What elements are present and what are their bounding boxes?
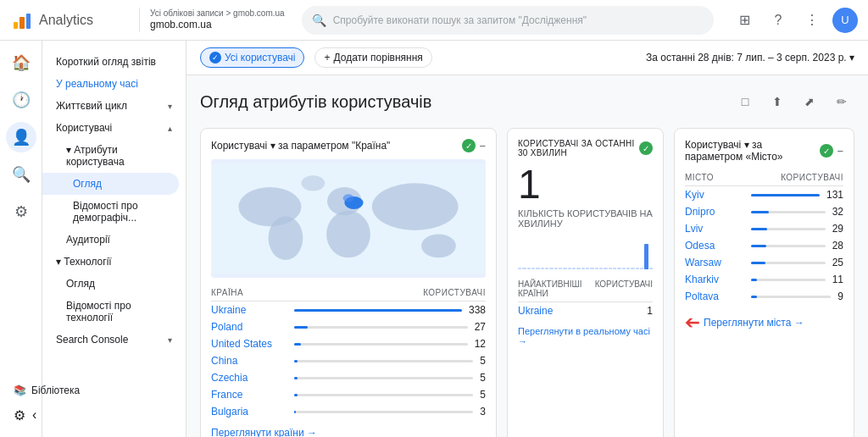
city-name[interactable]: Odesa xyxy=(685,240,744,252)
logo-section: Analytics xyxy=(10,8,129,32)
sidebar-label: ▾ Технології xyxy=(56,256,112,268)
sidebar-label: Огляд xyxy=(66,278,95,290)
svg-point-9 xyxy=(301,175,325,191)
rt-bar xyxy=(536,268,539,269)
nav-home-icon[interactable]: 🏠 xyxy=(6,47,36,78)
realtime-chart xyxy=(518,235,653,269)
add-comparison-btn[interactable]: + Додати порівняння xyxy=(314,47,431,68)
sidebar-item-realtime[interactable]: У реальному часі xyxy=(42,73,186,95)
city-name[interactable]: Poltava xyxy=(685,290,744,302)
rt-bar xyxy=(640,268,643,269)
main-layout: 🏠 🕐 👤 🔍 ⚙ Короткий огляд звітів У реальн… xyxy=(0,0,868,437)
grid-icon-btn[interactable]: ⊞ xyxy=(731,7,758,34)
city-name[interactable]: Kyiv xyxy=(685,189,744,201)
sidebar-label: Життєвий цикл xyxy=(56,100,127,112)
sidebar-section-tech[interactable]: ▾ Технології xyxy=(42,251,186,273)
nav-search-icon[interactable]: 🔍 xyxy=(6,159,36,190)
nav-configure-icon[interactable]: ⚙ xyxy=(6,196,36,227)
row-count: 11 xyxy=(832,274,843,285)
city-table-header: МІСТО КОРИСТУВАЧІ xyxy=(685,169,843,186)
row-count: 5 xyxy=(480,355,486,367)
view-realtime-link[interactable]: Переглянути в реальному часі → xyxy=(518,326,653,346)
realtime-number: 1 xyxy=(518,164,653,205)
rt-bar xyxy=(563,268,566,269)
row-bar-bg xyxy=(751,228,826,230)
sidebar-label: У реальному часі xyxy=(56,78,138,90)
minus-icon[interactable]: − xyxy=(479,140,486,152)
row-bar-fill xyxy=(751,194,820,196)
realtime-title-text: КОРИСТУВАЧІ ЗА ОСТАННІ 30 ХВИЛИН xyxy=(518,139,639,158)
sidebar-section-users[interactable]: Користувачі ▴ xyxy=(42,117,186,139)
sidebar-item-overview-reports[interactable]: Короткий огляд звітів xyxy=(42,51,186,73)
rt-bar xyxy=(581,268,585,269)
rt-bar xyxy=(636,268,639,269)
search-bar[interactable]: 🔍 Спробуйте виконати пошук за запитом "Д… xyxy=(302,6,714,35)
country-name[interactable]: United States xyxy=(211,338,287,350)
rt-bar xyxy=(599,268,603,269)
account-info[interactable]: Усі облікові записи > gmob.com.ua gmob.c… xyxy=(139,8,285,32)
row-bar-fill xyxy=(294,309,462,312)
city-name[interactable]: Kharkiv xyxy=(685,274,744,285)
world-map xyxy=(211,159,486,278)
rt-bar xyxy=(631,268,634,269)
link-icon-btn[interactable]: ⬈ xyxy=(797,89,822,114)
rt-bar xyxy=(549,268,553,269)
table-row: Dnipro 32 xyxy=(685,203,843,220)
row-count: 29 xyxy=(832,223,843,235)
col-users-header: КОРИСТУВАЧІ xyxy=(781,173,843,182)
country-name[interactable]: China xyxy=(211,355,287,367)
rt-bar xyxy=(531,268,535,269)
table-row: Kyiv 131 xyxy=(685,186,843,203)
sidebar-section-lifecycle[interactable]: Життєвий цикл ▾ xyxy=(42,95,186,117)
country-card-header: Користувачі ▾ за параметром "Країна" ✓ − xyxy=(211,139,486,152)
row-count: 28 xyxy=(832,240,843,252)
rt-bar xyxy=(595,268,598,269)
sidebar-item-tech-details[interactable]: Відомості про технології xyxy=(42,295,186,329)
mini-table-header: НАЙАКТИВНІШІ КРАЇНИ КОРИСТУВАЧІ xyxy=(518,276,653,302)
date-range-picker[interactable]: За останні 28 днів: 7 лип. – 3 серп. 202… xyxy=(646,52,854,64)
rt-bar xyxy=(559,268,562,269)
table-row: Poland 27 xyxy=(211,318,486,335)
sidebar-section-search-console[interactable]: Search Console ▾ xyxy=(42,329,186,351)
chevron-up-icon: ▴ xyxy=(168,124,172,133)
all-users-chip[interactable]: ✓ Усі користувачі xyxy=(200,47,304,68)
sidebar-label: Користувачі xyxy=(56,122,112,134)
help-icon-btn[interactable]: ? xyxy=(765,7,792,34)
row-bar-fill xyxy=(751,245,766,247)
svg-point-6 xyxy=(372,183,459,230)
nav-clock-icon[interactable]: 🕐 xyxy=(6,85,36,115)
mini-table-row: Ukraine1 xyxy=(518,302,653,319)
more-vert-icon-btn[interactable]: ⋮ xyxy=(798,7,826,34)
sidebar-item-overview[interactable]: Огляд xyxy=(42,173,179,195)
country-name[interactable]: Ukraine xyxy=(211,304,287,316)
rt-bar xyxy=(649,268,653,269)
row-bar-bg xyxy=(294,360,473,362)
row-bar-bg xyxy=(294,309,462,312)
city-name[interactable]: Dnipro xyxy=(685,206,744,218)
row-count: 12 xyxy=(475,338,486,350)
sidebar-item-demographics[interactable]: Відомості про демографіч... xyxy=(42,195,186,229)
country-name[interactable]: Poland xyxy=(211,321,287,333)
row-bar-bg xyxy=(294,343,468,346)
sidebar-item-user-attributes[interactable]: ▾ Атрибути користувача xyxy=(42,139,186,173)
city-name[interactable]: Warsaw xyxy=(685,257,744,268)
edit-icon-btn[interactable]: □ xyxy=(732,89,758,114)
user-avatar[interactable]: U xyxy=(832,8,858,33)
share-icon-btn[interactable]: ⬆ xyxy=(765,89,790,114)
rt-country-name[interactable]: Ukraine xyxy=(518,305,553,317)
plus-icon: + xyxy=(324,52,330,64)
page-header: Огляд атрибутів користувачів □ ⬆ ⬈ ✏ xyxy=(200,89,854,114)
view-cities-link[interactable]: Переглянути міста → xyxy=(704,317,804,329)
sidebar-item-tech-overview[interactable]: Огляд xyxy=(42,273,186,295)
nav-person-icon[interactable]: 👤 xyxy=(6,122,36,152)
sidebar-item-audiences[interactable]: Аудиторії xyxy=(42,229,186,251)
account-name: gmob.com.ua xyxy=(150,19,285,32)
city-card-header: Користувачі ▾ за параметром «Місто» ✓ − xyxy=(685,139,843,163)
pencil-icon-btn[interactable]: ✏ xyxy=(829,89,854,114)
search-placeholder: Спробуйте виконати пошук за запитом "Дос… xyxy=(333,14,587,26)
rt-bar xyxy=(527,268,531,269)
city-name[interactable]: Lviv xyxy=(685,223,744,235)
sidebar-label: Аудиторії xyxy=(66,234,110,246)
minus-icon[interactable]: − xyxy=(837,145,843,158)
row-bar-bg xyxy=(751,279,826,281)
